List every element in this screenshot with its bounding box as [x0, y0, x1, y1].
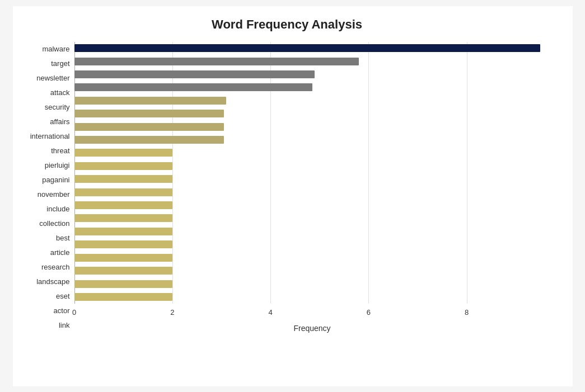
bar-row	[74, 55, 550, 68]
y-label: link	[59, 322, 70, 329]
y-label: target	[51, 60, 69, 67]
chart-container: Word Frequency Analysis malwaretargetnew…	[13, 6, 573, 386]
bar	[74, 267, 172, 275]
bar-row	[74, 238, 550, 251]
bars-and-grid: 02468 Frequency	[74, 42, 550, 333]
bar-row	[74, 277, 550, 290]
bar-row	[74, 290, 550, 303]
bar	[74, 240, 172, 248]
x-tick-label: 6	[367, 308, 371, 317]
y-label: research	[41, 263, 70, 271]
bar	[74, 110, 224, 117]
y-axis: malwaretargetnewsletterattacksecurityaff…	[24, 42, 74, 333]
bar	[74, 188, 172, 196]
bar-row	[74, 264, 550, 277]
bar	[74, 175, 172, 183]
y-label: eset	[56, 292, 70, 300]
y-label: november	[38, 191, 70, 198]
bar	[74, 293, 172, 301]
bars-container	[74, 42, 550, 304]
y-label: include	[46, 205, 69, 212]
y-label: landscape	[36, 278, 69, 285]
bar	[74, 149, 172, 157]
y-label: affairs	[50, 118, 69, 125]
y-label: best	[56, 234, 70, 242]
chart-title: Word Frequency Analysis	[24, 17, 550, 32]
y-label: actor	[54, 307, 70, 314]
y-label: threat	[51, 147, 69, 154]
bar	[74, 123, 224, 131]
bar-row	[74, 186, 550, 199]
bar	[74, 280, 172, 288]
bar-row	[74, 120, 550, 133]
bar-row	[74, 133, 550, 146]
y-label: newsletter	[36, 74, 69, 82]
bar	[74, 254, 172, 262]
y-label: paganini	[42, 176, 69, 183]
y-label: collection	[39, 220, 69, 227]
y-label: malware	[42, 45, 69, 53]
bar	[74, 83, 312, 91]
bar	[74, 162, 172, 170]
bar-row	[74, 81, 550, 94]
bar-row	[74, 173, 550, 186]
chart-area: malwaretargetnewsletterattacksecurityaff…	[24, 42, 550, 333]
y-label: attack	[50, 89, 70, 96]
bar	[74, 44, 540, 52]
bar-row	[74, 68, 550, 81]
bar-row	[74, 251, 550, 264]
y-label: pierluigi	[45, 162, 70, 169]
y-label: international	[30, 133, 70, 140]
y-label: article	[50, 249, 70, 256]
x-axis-label: Frequency	[74, 324, 550, 333]
x-tick-label: 0	[72, 308, 76, 317]
x-axis-wrapper: 02468 Frequency	[74, 304, 550, 333]
bar-row	[74, 212, 550, 225]
bar-row	[74, 107, 550, 120]
x-tick-label: 2	[170, 308, 174, 317]
bar	[74, 136, 224, 144]
bar	[74, 58, 359, 65]
bar	[74, 97, 227, 105]
bar-row	[74, 42, 550, 55]
grid-and-bars	[74, 42, 550, 304]
y-label: security	[45, 103, 70, 111]
bar-row	[74, 159, 550, 172]
x-ticks: 02468	[74, 306, 550, 323]
x-tick-label: 4	[268, 308, 272, 317]
bar	[74, 201, 172, 209]
bar-row	[74, 147, 550, 159]
bar	[74, 228, 172, 235]
bar-row	[74, 94, 550, 107]
bar-row	[74, 199, 550, 211]
x-tick-label: 8	[465, 308, 469, 317]
x-axis: 02468	[74, 306, 550, 323]
bar	[74, 214, 172, 222]
bar-row	[74, 225, 550, 238]
bar	[74, 70, 315, 78]
